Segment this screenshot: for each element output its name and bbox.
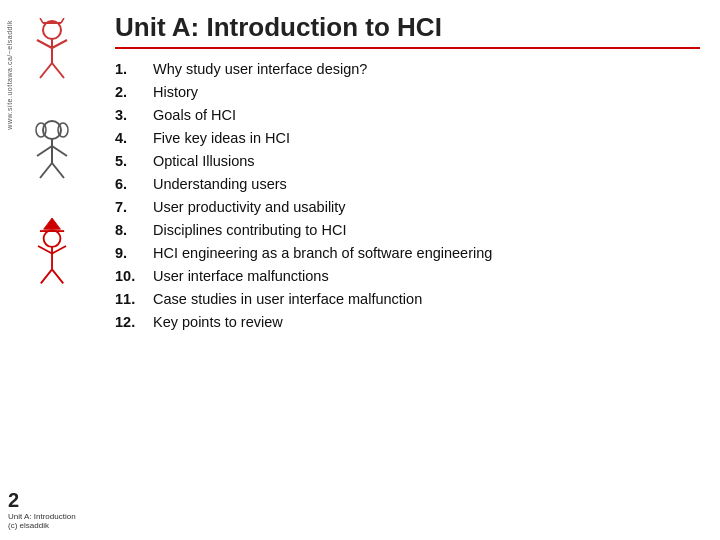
svg-line-2 (37, 40, 52, 48)
list-text: User productivity and usability (153, 199, 346, 215)
list-number: 7. (115, 199, 153, 215)
list-item: 12.Key points to review (115, 310, 700, 333)
list-number: 4. (115, 130, 153, 146)
list-item: 4.Five key ideas in HCI (115, 126, 700, 149)
svg-line-3 (52, 40, 67, 48)
list-item: 3.Goals of HCI (115, 103, 700, 126)
svg-line-13 (37, 146, 52, 156)
svg-marker-17 (44, 218, 61, 229)
list-item: 1.Why study user interface design? (115, 57, 700, 80)
list-item: 7.User productivity and usability (115, 195, 700, 218)
list-text: Understanding users (153, 176, 287, 192)
list-number: 10. (115, 268, 153, 284)
list-text: Five key ideas in HCI (153, 130, 290, 146)
footer-number: 2 (8, 489, 76, 512)
list-item: 6.Understanding users (115, 172, 700, 195)
figure-1 (25, 18, 80, 88)
figure-2 (25, 118, 80, 188)
list-item: 2.History (115, 80, 700, 103)
list-number: 6. (115, 176, 153, 192)
main-content: Unit A: Introduction to HCI 1.Why study … (105, 0, 720, 540)
list-text: Case studies in user interface malfuncti… (153, 291, 422, 307)
svg-line-24 (52, 269, 63, 283)
figure-3 (25, 218, 80, 288)
svg-line-8 (61, 18, 64, 23)
page-title: Unit A: Introduction to HCI (115, 12, 700, 49)
list-text: Goals of HCI (153, 107, 236, 123)
list-text: HCI engineering as a branch of software … (153, 245, 492, 261)
svg-line-16 (52, 163, 64, 178)
sidebar-figures (25, 8, 80, 288)
svg-line-5 (52, 63, 64, 78)
list-text: Disciplines contributing to HCI (153, 222, 346, 238)
svg-line-23 (41, 269, 52, 283)
content-list: 1.Why study user interface design?2.Hist… (115, 57, 700, 333)
list-number: 9. (115, 245, 153, 261)
list-item: 8.Disciplines contributing to HCI (115, 218, 700, 241)
list-text: Why study user interface design? (153, 61, 367, 77)
list-text: Key points to review (153, 314, 283, 330)
footer-line2: (c) elsaddik (8, 521, 76, 530)
list-text: History (153, 84, 198, 100)
footer-line1: Unit A: Introduction (8, 512, 76, 521)
list-item: 5.Optical Illusions (115, 149, 700, 172)
sidebar-url: www.site.uottawa.ca/~elsaddik (6, 20, 13, 130)
list-number: 3. (115, 107, 153, 123)
svg-line-4 (40, 63, 52, 78)
list-item: 10.User interface malfunctions (115, 264, 700, 287)
list-item: 11.Case studies in user interface malfun… (115, 287, 700, 310)
list-number: 12. (115, 314, 153, 330)
list-number: 2. (115, 84, 153, 100)
svg-line-15 (40, 163, 52, 178)
list-number: 8. (115, 222, 153, 238)
svg-line-14 (52, 146, 67, 156)
svg-point-19 (44, 230, 61, 247)
list-text: Optical Illusions (153, 153, 255, 169)
sidebar: www.site.uottawa.ca/~elsaddik (0, 0, 105, 540)
list-item: 9.HCI engineering as a branch of softwar… (115, 241, 700, 264)
footer: 2 Unit A: Introduction (c) elsaddik (8, 489, 76, 530)
list-number: 11. (115, 291, 153, 307)
list-number: 5. (115, 153, 153, 169)
list-number: 1. (115, 61, 153, 77)
svg-line-7 (40, 18, 43, 23)
list-text: User interface malfunctions (153, 268, 329, 284)
